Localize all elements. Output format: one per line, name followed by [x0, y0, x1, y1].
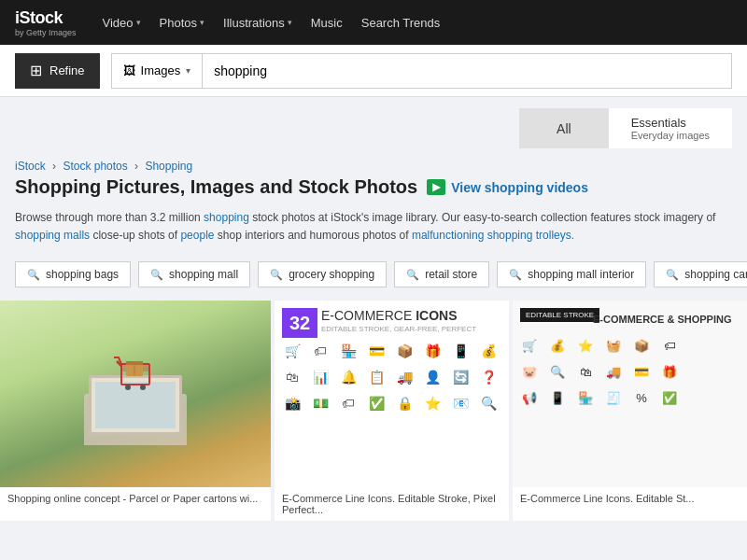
- logo-area: iStock by Getty Images: [15, 8, 77, 37]
- icon-question: ❓: [478, 367, 499, 387]
- card-1-caption: Shopping online concept - Parcel or Pape…: [0, 487, 271, 510]
- nav-illustrations[interactable]: Illustrations▾: [216, 12, 300, 34]
- nav-photos[interactable]: Photos▾: [152, 12, 212, 34]
- filter-tag-label: retail store: [425, 268, 477, 281]
- ecom-icon-tag: 🏷: [658, 334, 681, 357]
- image-grid: Shopping online concept - Parcel or Pape…: [0, 297, 747, 521]
- icon-mail: 📧: [450, 393, 471, 413]
- ecom-shopping-title: E-COMMERCE & SHOPPING: [587, 308, 747, 325]
- tabs-row: All Essentials Everyday images: [0, 97, 747, 148]
- desc-link-people[interactable]: people: [180, 229, 214, 242]
- ecom-icon-card: 💳: [630, 360, 653, 383]
- svg-point-8: [140, 385, 146, 390]
- icon-camera: 📸: [282, 393, 303, 413]
- filter-tag-grocery-shopping[interactable]: 🔍 grocery shopping: [258, 261, 387, 287]
- nav-music[interactable]: Music: [303, 12, 350, 34]
- icons-row-1: 🛒 🏷 🏪 💳 📦 🎁 📱 💰: [282, 341, 501, 361]
- filter-tag-shopping-cart[interactable]: 🔍 shopping cart: [654, 261, 747, 287]
- logo-sub: by Getty Images: [15, 28, 77, 37]
- ecom-icon-magnify: 🔍: [546, 360, 569, 383]
- icon-bell: 🔔: [338, 367, 359, 387]
- search-icon: 🔍: [509, 269, 522, 281]
- tab-essentials[interactable]: Essentials Everyday images: [609, 108, 732, 148]
- search-icon: 🔍: [27, 269, 40, 281]
- icon-refresh: 🔄: [450, 367, 471, 387]
- icon-coin: 💰: [478, 341, 499, 361]
- image-card-3[interactable]: EDITABLE STROKE E-COMMERCE & SHOPPING 🛒 …: [513, 301, 747, 521]
- ecom-icon-receipt: 🧾: [602, 386, 625, 409]
- svg-point-7: [125, 385, 131, 390]
- search-input[interactable]: [214, 63, 720, 78]
- icon-star: ⭐: [422, 393, 443, 413]
- images-icon: 🖼: [123, 63, 135, 77]
- nav-links: Video▾ Photos▾ Illustrations▾ Music Sear…: [95, 12, 448, 34]
- desc-link-trolleys[interactable]: malfunctioning shopping trolleys.: [412, 229, 574, 242]
- ecom-icon-star: ⭐: [574, 334, 597, 357]
- nav-search-trends[interactable]: Search Trends: [354, 12, 448, 34]
- icons-row-3: 📸 💵 🏷 ✅ 🔒 ⭐ 📧 🔍: [282, 393, 501, 413]
- icon-store: 🏪: [338, 341, 359, 361]
- tab-all[interactable]: All: [519, 108, 609, 148]
- icon-truck: 🚚: [394, 367, 415, 387]
- breadcrumb-link-istock[interactable]: iStock: [15, 160, 46, 173]
- ecom-icon-cart: 🛒: [518, 334, 541, 357]
- icon-cart: 🛒: [282, 341, 303, 361]
- filter-tag-label: shopping mall: [169, 268, 238, 281]
- cart-illustration: [75, 343, 196, 445]
- ecom-icon-coin: 💰: [546, 334, 569, 357]
- navbar: iStock by Getty Images Video▾ Photos▾ Il…: [0, 0, 747, 45]
- card-3-image: EDITABLE STROKE E-COMMERCE & SHOPPING 🛒 …: [513, 301, 747, 487]
- icon-tag: 🏷: [310, 341, 331, 361]
- search-icon: 🔍: [666, 269, 679, 281]
- filter-tag-label: shopping bags: [46, 268, 119, 281]
- desc-link-shopping[interactable]: shopping: [204, 211, 249, 224]
- refine-icon: ⊞: [30, 62, 42, 79]
- icon-phone: 📱: [450, 341, 471, 361]
- badge-32: 32: [282, 308, 317, 338]
- ecom-icon-basket: 🧺: [602, 334, 625, 357]
- icons-rows: 🛒 🏷 🏪 💳 📦 🎁 📱 💰 🛍 📊 🔔 📋 🚚 👤: [275, 337, 509, 487]
- video-icon: ▶: [427, 179, 445, 195]
- icon-box: 📦: [394, 341, 415, 361]
- breadcrumb-link-shopping[interactable]: Shopping: [145, 160, 192, 173]
- image-card-1[interactable]: Shopping online concept - Parcel or Pape…: [0, 301, 271, 521]
- ecom-icons-row-1: 🛒 💰 ⭐ 🧺 📦 🏷: [518, 334, 741, 357]
- logo-istock[interactable]: iStock: [15, 8, 77, 28]
- breadcrumb: iStock › Stock photos › Shopping: [15, 160, 732, 173]
- breadcrumb-link-stock-photos[interactable]: Stock photos: [63, 160, 127, 173]
- icon-check: ✅: [366, 393, 387, 413]
- refine-button[interactable]: ⊞ Refine: [15, 53, 100, 89]
- view-videos-link[interactable]: ▶ View shopping videos: [427, 179, 588, 195]
- icon-label: 🏷: [338, 393, 359, 413]
- icon-search: 🔍: [478, 393, 499, 413]
- ecom-icon-phone: 📱: [546, 386, 569, 409]
- ecom-icon-speaker: 📢: [518, 386, 541, 409]
- icon-user: 👤: [422, 367, 443, 387]
- page-title: Shopping Pictures, Images and Stock Phot…: [15, 176, 417, 198]
- ecom-icon-box: 📦: [630, 334, 653, 357]
- breadcrumb-area: iStock › Stock photos › Shopping Shoppin…: [0, 148, 747, 202]
- search-input-wrap: [203, 53, 732, 89]
- filter-tag-shopping-bags[interactable]: 🔍 shopping bags: [15, 261, 131, 287]
- search-type-select[interactable]: 🖼 Images ▾: [111, 53, 204, 89]
- filter-tag-shopping-mall[interactable]: 🔍 shopping mall: [138, 261, 250, 287]
- search-icon: 🔍: [406, 269, 419, 281]
- card-1-image: [0, 301, 271, 487]
- filter-tag-label: shopping mall interior: [528, 268, 634, 281]
- nav-video[interactable]: Video▾: [95, 12, 148, 34]
- essentials-sub: Everyday images: [631, 130, 710, 141]
- svg-rect-3: [95, 382, 176, 428]
- icon-gift: 🎁: [422, 341, 443, 361]
- view-videos-label: View shopping videos: [451, 180, 588, 195]
- filter-tags: 🔍 shopping bags 🔍 shopping mall 🔍 grocer…: [0, 252, 747, 297]
- filter-tag-retail-store[interactable]: 🔍 retail store: [394, 261, 489, 287]
- image-card-2[interactable]: 32 E-COMMERCE ICONS EDITABLE STROKE, GEA…: [275, 301, 509, 521]
- icons-subtitle: EDITABLE STROKE, GEAR-FREE, PERFECT: [321, 325, 476, 333]
- chevron-down-icon: ▾: [186, 65, 190, 76]
- filter-tag-mall-interior[interactable]: 🔍 shopping mall interior: [497, 261, 646, 287]
- search-icon: 🔍: [150, 269, 163, 281]
- desc-link-shopping-malls[interactable]: shopping malls: [15, 229, 90, 242]
- page-title-row: Shopping Pictures, Images and Stock Phot…: [15, 176, 732, 198]
- icon-bag: 🛍: [282, 367, 303, 387]
- search-type-label: Images: [141, 63, 181, 77]
